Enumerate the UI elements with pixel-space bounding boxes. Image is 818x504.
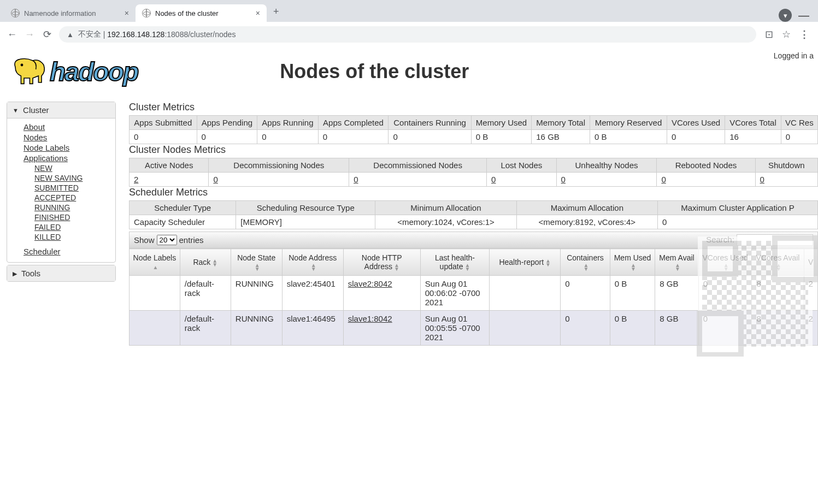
sidebar-link-node-labels[interactable]: Node Labels: [23, 143, 110, 153]
caret-down-icon: ▼: [13, 107, 19, 114]
cluster-metrics-table: Apps Submitted Apps Pending Apps Running…: [129, 115, 818, 144]
hadoop-logo: hadoop: [9, 52, 138, 91]
sidebar-link-nodes[interactable]: Nodes: [23, 132, 110, 143]
sidebar-link-new-saving[interactable]: NEW SAVING: [34, 173, 110, 183]
th-shutdown-nodes[interactable]: Shutdown: [755, 158, 817, 173]
link-active-nodes[interactable]: 2: [134, 175, 138, 184]
sidebar-link-running[interactable]: RUNNING: [34, 203, 110, 212]
th-node-labels[interactable]: Node Labels▲: [130, 249, 180, 276]
back-button[interactable]: ←: [7, 29, 17, 40]
sidebar-link-about[interactable]: About: [23, 122, 110, 132]
th-apps-completed[interactable]: Apps Completed: [318, 116, 389, 130]
td: slave2:45401: [282, 276, 343, 311]
sidebar-link-accepted[interactable]: ACCEPTED: [34, 193, 110, 203]
th-apps-running[interactable]: Apps Running: [257, 116, 318, 130]
tab-nodes[interactable]: Nodes of the cluster ×: [136, 4, 267, 22]
translate-icon[interactable]: ⊡: [765, 28, 773, 40]
link-decomm-nodes[interactable]: 0: [213, 175, 217, 184]
logo-text: hadoop: [50, 57, 138, 87]
td: /default-rack: [180, 276, 231, 311]
th-vcores-total[interactable]: VCores Total: [725, 116, 781, 130]
sidebar-link-submitted[interactable]: SUBMITTED: [34, 183, 110, 193]
sidebar-head-cluster[interactable]: ▼ Cluster: [7, 102, 115, 118]
th-node-http[interactable]: Node HTTP Address▲▼: [343, 249, 420, 276]
td: 0: [781, 130, 817, 144]
th-max-alloc[interactable]: Maximum Allocation: [516, 201, 657, 215]
td: 2: [130, 173, 209, 187]
th-health-update[interactable]: Last health-update▲▼: [420, 249, 489, 276]
td: 0: [130, 130, 197, 144]
new-tab-button[interactable]: +: [267, 2, 286, 22]
svg-point-0: [21, 64, 23, 67]
profile-avatar[interactable]: ▾: [779, 9, 792, 22]
page-size-select[interactable]: 20: [157, 235, 177, 245]
td: slave1:46495: [282, 311, 343, 346]
sidebar-link-scheduler[interactable]: Scheduler: [23, 246, 110, 257]
sidebar-link-new[interactable]: NEW: [34, 163, 110, 173]
th-containers-running[interactable]: Containers Running: [389, 116, 471, 130]
th-vcores-used[interactable]: VCores Used: [667, 116, 725, 130]
td: Capacity Scheduler: [130, 215, 236, 229]
td: 0 B: [471, 130, 532, 144]
link-lost-nodes[interactable]: 0: [491, 175, 496, 184]
th-health-report[interactable]: Health-report▲▼: [490, 249, 561, 276]
link-node-http[interactable]: slave2:8042: [348, 279, 392, 288]
forward-button[interactable]: →: [24, 29, 35, 40]
th-vcores-res[interactable]: VC Res: [781, 116, 817, 130]
td: 0: [561, 311, 610, 346]
sidebar-link-killed[interactable]: KILLED: [34, 232, 110, 242]
td: 0: [556, 173, 657, 187]
th-decomm-nodes[interactable]: Decommissioning Nodes: [209, 158, 349, 173]
menu-icon[interactable]: ⋮: [799, 28, 809, 40]
td: 0 B: [610, 311, 655, 346]
th-sched-res-type[interactable]: Scheduling Resource Type: [236, 201, 375, 215]
th-memory-reserved[interactable]: Memory Reserved: [590, 116, 667, 130]
th-rebooted-nodes[interactable]: Rebooted Nodes: [657, 158, 755, 173]
td: slave2:8042: [343, 276, 420, 311]
close-icon[interactable]: ×: [256, 9, 260, 17]
th-sched-type[interactable]: Scheduler Type: [130, 201, 236, 215]
minimize-button[interactable]: —: [798, 9, 809, 22]
reload-button[interactable]: ⟳: [42, 28, 52, 40]
th-decommed-nodes[interactable]: Decommissioned Nodes: [349, 158, 487, 173]
th-apps-submitted[interactable]: Apps Submitted: [130, 116, 197, 130]
section-scheduler-metrics: Scheduler Metrics: [129, 187, 818, 198]
link-node-http[interactable]: slave1:8042: [348, 314, 392, 323]
sidebar-link-finished[interactable]: FINISHED: [34, 212, 110, 222]
th-max-cluster-app[interactable]: Maximum Cluster Application P: [658, 201, 818, 215]
th-unhealthy-nodes[interactable]: Unhealthy Nodes: [556, 158, 657, 173]
th-rack[interactable]: Rack▲▼: [180, 249, 231, 276]
sidebar-head-tools[interactable]: ▶ Tools: [7, 265, 115, 281]
elephant-icon: [9, 52, 52, 91]
th-min-alloc[interactable]: Minimum Allocation: [375, 201, 516, 215]
th-containers[interactable]: Containers▲▼: [561, 249, 610, 276]
close-icon[interactable]: ×: [125, 9, 129, 17]
td: Sun Aug 01 00:06:02 -0700 2021: [420, 276, 489, 311]
td: <memory:1024, vCores:1>: [375, 215, 516, 229]
link-decommed-nodes[interactable]: 0: [354, 175, 358, 184]
th-apps-pending[interactable]: Apps Pending: [197, 116, 257, 130]
td: 0: [257, 130, 318, 144]
th-mem-avail[interactable]: Mem Avail▲▼: [655, 249, 699, 276]
td: 8 GB: [655, 311, 699, 346]
td: [490, 276, 561, 311]
sort-icon: ▲▼: [631, 263, 636, 271]
th-active-nodes[interactable]: Active Nodes: [130, 158, 209, 173]
td: [130, 276, 180, 311]
link-shutdown-nodes[interactable]: 0: [760, 175, 764, 184]
tab-namenode[interactable]: Namenode information ×: [4, 4, 136, 22]
th-mem-used[interactable]: Mem Used▲▼: [610, 249, 655, 276]
th-lost-nodes[interactable]: Lost Nodes: [487, 158, 557, 173]
link-unhealthy-nodes[interactable]: 0: [561, 175, 566, 184]
star-icon[interactable]: ☆: [782, 28, 791, 40]
th-memory-total[interactable]: Memory Total: [532, 116, 590, 130]
th-memory-used[interactable]: Memory Used: [471, 116, 532, 130]
sidebar-link-failed[interactable]: FAILED: [34, 222, 110, 232]
sidebar-link-applications[interactable]: Applications: [23, 153, 110, 163]
sort-icon: ▲: [152, 265, 158, 269]
url-field[interactable]: ▲ 不安全 | 192.168.148.128:18088/cluster/no…: [59, 26, 756, 43]
th-node-address[interactable]: Node Address▲▼: [282, 249, 343, 276]
th-node-state[interactable]: Node State▲▼: [231, 249, 282, 276]
link-rebooted-nodes[interactable]: 0: [661, 175, 666, 184]
td: 0: [209, 173, 349, 187]
